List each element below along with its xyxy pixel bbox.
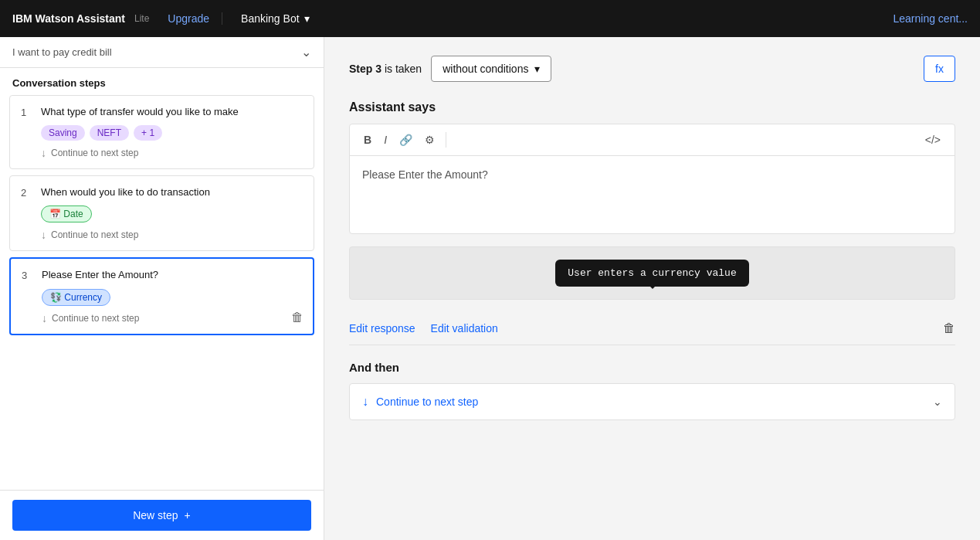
arrow-down-icon-2: ↓	[41, 229, 46, 241]
tier-label: Lite	[134, 13, 149, 24]
step-tags-3: 💱 Currency	[42, 289, 302, 306]
step-title-3: Please Enter the Amount?	[42, 268, 302, 282]
breadcrumb-chevron-icon[interactable]: ⌄	[301, 45, 311, 59]
continue-next-label-2: Continue to next step	[51, 229, 138, 240]
edit-response-link[interactable]: Edit response	[349, 322, 415, 335]
italic-button[interactable]: I	[379, 131, 392, 149]
tag-neft: NEFT	[90, 125, 129, 141]
main-layout: I want to pay credit bill ⌄ Conversation…	[0, 37, 980, 540]
breadcrumb-text: I want to pay credit bill	[12, 46, 112, 58]
top-nav: IBM Watson Assistant Lite Upgrade Bankin…	[0, 0, 980, 37]
continue-next-chevron-icon: ⌄	[933, 396, 942, 408]
editor-content[interactable]: Please Enter the Amount?	[350, 156, 955, 233]
step-title-1: What type of transfer would you like to …	[41, 105, 303, 119]
user-input-tooltip: User enters a currency value	[555, 260, 748, 287]
link-button[interactable]: 🔗	[395, 131, 417, 149]
assistant-editor: B I 🔗 ⚙ </> Please Enter the Amount?	[349, 124, 955, 234]
continue-next-3: ↓ Continue to next step 🗑	[42, 312, 302, 324]
conditions-chevron-icon: ▾	[534, 63, 540, 75]
conversation-steps-label: Conversation steps	[0, 68, 324, 95]
ibm-logo: IBM Watson Assistant	[12, 12, 125, 25]
delete-response-button[interactable]: 🗑	[943, 321, 955, 335]
editor-toolbar: B I 🔗 ⚙ </>	[350, 124, 955, 156]
step-number-1: 1	[21, 107, 33, 118]
fx-button[interactable]: fx	[924, 56, 955, 82]
bold-button[interactable]: B	[359, 131, 376, 149]
step-tags-2: 📅 Date	[41, 205, 303, 222]
step-number-2: 2	[21, 187, 33, 199]
new-step-label: New step	[133, 509, 178, 521]
arrow-down-icon-1: ↓	[41, 147, 46, 159]
toolbar-separator	[446, 132, 446, 148]
and-then-section: And then ↓ Continue to next step ⌄	[349, 361, 955, 420]
step-item-3[interactable]: 3 Please Enter the Amount? 💱 Currency ↓ …	[9, 257, 314, 335]
and-then-title: And then	[349, 361, 955, 374]
continue-next-2: ↓ Continue to next step	[41, 229, 303, 241]
step-number-3: 3	[22, 270, 34, 281]
continue-next-step-label: Continue to next step	[376, 396, 925, 408]
new-step-button[interactable]: New step +	[12, 500, 311, 531]
response-actions: Edit response Edit validation 🗑	[349, 312, 955, 345]
conditions-label: without conditions	[443, 63, 528, 75]
new-step-bar: New step +	[0, 490, 324, 540]
step-title-2: When would you like to do transaction	[41, 185, 303, 199]
right-panel: Step 3 is taken without conditions ▾ fx …	[324, 37, 980, 540]
step-tags-1: Saving NEFT + 1	[41, 125, 303, 141]
new-step-plus-icon: +	[185, 509, 191, 521]
upgrade-link[interactable]: Upgrade	[155, 12, 222, 25]
continue-next-label-1: Continue to next step	[51, 148, 138, 158]
list-button[interactable]: ⚙	[420, 131, 439, 149]
arrow-down-icon-3: ↓	[42, 312, 47, 324]
continue-next-1: ↓ Continue to next step	[41, 147, 303, 159]
left-panel: I want to pay credit bill ⌄ Conversation…	[0, 37, 324, 540]
continue-arrow-icon: ↓	[362, 395, 368, 409]
step-taken-label: Step 3 is taken	[349, 63, 422, 75]
continue-next-box[interactable]: ↓ Continue to next step ⌄	[349, 383, 955, 420]
edit-validation-link[interactable]: Edit validation	[431, 322, 498, 335]
step-header: Step 3 is taken without conditions ▾ fx	[349, 56, 955, 82]
tag-saving: Saving	[41, 125, 85, 141]
conditions-button[interactable]: without conditions ▾	[431, 56, 551, 82]
bot-selector[interactable]: Banking Bot ▾	[241, 12, 310, 25]
assistant-says-title: Assistant says	[349, 100, 955, 114]
step-item-1[interactable]: 1 What type of transfer would you like t…	[9, 95, 314, 169]
bot-chevron-icon: ▾	[304, 12, 310, 25]
tag-plus-1: + 1	[134, 125, 162, 141]
step-item-2[interactable]: 2 When would you like to do transaction …	[9, 175, 314, 251]
learning-center-link[interactable]: Learning cent...	[893, 12, 968, 25]
user-input-box: User enters a currency value	[349, 246, 955, 300]
steps-list: 1 What type of transfer would you like t…	[0, 95, 324, 490]
code-button[interactable]: </>	[921, 131, 945, 149]
continue-next-label-3: Continue to next step	[52, 313, 139, 324]
delete-step-icon[interactable]: 🗑	[291, 311, 303, 324]
breadcrumb: I want to pay credit bill ⌄	[0, 37, 324, 68]
tag-currency: 💱 Currency	[42, 289, 110, 306]
tag-date: 📅 Date	[41, 205, 92, 222]
